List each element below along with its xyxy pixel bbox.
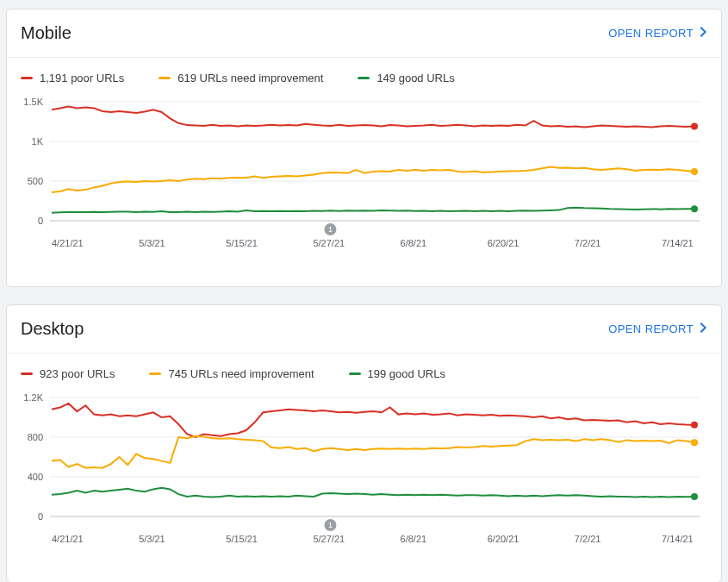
legend-item-good: 199 good URLs	[349, 367, 445, 380]
open-report-label: OPEN REPORT	[608, 322, 694, 335]
core-web-vitals-card-desktop: Desktop OPEN REPORT 923 poor URLs 745 UR…	[6, 304, 722, 582]
svg-text:5/3/21: 5/3/21	[139, 534, 165, 544]
legend-text: 923 poor URLs	[40, 367, 115, 380]
legend-text: 149 good URLs	[376, 72, 454, 84]
svg-text:6/20/21: 6/20/21	[488, 534, 520, 544]
svg-text:4/21/21: 4/21/21	[52, 238, 84, 248]
svg-text:1.2K: 1.2K	[23, 392, 43, 403]
svg-point-41	[691, 493, 698, 500]
svg-text:5/15/21: 5/15/21	[226, 238, 258, 248]
svg-text:4/21/21: 4/21/21	[52, 534, 84, 544]
svg-text:7/14/21: 7/14/21	[662, 534, 694, 544]
svg-point-39	[691, 422, 698, 429]
open-report-label: OPEN REPORT	[608, 27, 694, 40]
svg-text:1K: 1K	[32, 136, 44, 147]
legend-swatch	[349, 372, 361, 375]
legend-item-poor: 923 poor URLs	[21, 367, 115, 380]
chart-area: 04008001.2K4/21/215/3/215/15/215/27/216/…	[7, 387, 721, 582]
legend-text: 1,191 poor URLs	[40, 72, 124, 84]
svg-text:5/27/21: 5/27/21	[313, 238, 345, 248]
legend-item-poor: 1,191 poor URLs	[21, 72, 124, 84]
legend-swatch	[159, 77, 171, 79]
svg-text:5/27/21: 5/27/21	[313, 534, 345, 544]
card-title: Mobile	[21, 23, 72, 43]
legend-swatch	[21, 77, 33, 79]
legend-swatch	[149, 372, 161, 375]
line-chart: 05001K1.5K4/21/215/3/215/15/215/27/216/8…	[21, 91, 706, 264]
legend-item-needs-improvement: 745 URLs need improvement	[149, 367, 314, 380]
svg-point-40	[691, 439, 698, 446]
svg-text:400: 400	[28, 472, 43, 482]
legend-swatch	[21, 372, 33, 375]
svg-text:6/20/21: 6/20/21	[488, 238, 520, 248]
svg-point-20	[691, 205, 698, 212]
chart-legend: 923 poor URLs 745 URLs need improvement …	[7, 354, 721, 387]
svg-point-19	[691, 168, 698, 175]
card-title: Desktop	[21, 319, 84, 339]
svg-text:5/15/21: 5/15/21	[226, 534, 258, 544]
svg-text:6/8/21: 6/8/21	[401, 534, 427, 544]
chevron-right-icon	[699, 27, 707, 40]
chart-legend: 1,191 poor URLs 619 URLs need improvemen…	[7, 58, 721, 91]
legend-item-good: 149 good URLs	[358, 72, 454, 84]
legend-item-needs-improvement: 619 URLs need improvement	[159, 72, 323, 84]
open-report-link[interactable]: OPEN REPORT	[608, 322, 707, 335]
card-header: Desktop OPEN REPORT	[7, 305, 721, 346]
legend-text: 745 URLs need improvement	[168, 367, 314, 380]
card-header: Mobile OPEN REPORT	[7, 9, 721, 50]
svg-text:6/8/21: 6/8/21	[401, 238, 427, 248]
svg-text:7/14/21: 7/14/21	[662, 238, 694, 248]
svg-text:1: 1	[328, 225, 333, 234]
legend-text: 619 URLs need improvement	[177, 72, 323, 84]
line-chart: 04008001.2K4/21/215/3/215/15/215/27/216/…	[21, 387, 706, 560]
svg-text:0: 0	[38, 216, 43, 226]
legend-swatch	[358, 77, 370, 79]
core-web-vitals-card-mobile: Mobile OPEN REPORT 1,191 poor URLs 619 U…	[6, 9, 722, 287]
svg-text:0: 0	[38, 511, 43, 522]
svg-text:1.5K: 1.5K	[23, 97, 43, 107]
svg-text:7/2/21: 7/2/21	[575, 534, 601, 544]
open-report-link[interactable]: OPEN REPORT	[608, 27, 707, 40]
chevron-right-icon	[699, 322, 707, 335]
legend-text: 199 good URLs	[368, 367, 445, 380]
svg-text:800: 800	[28, 432, 43, 442]
svg-text:1: 1	[328, 521, 333, 529]
chart-area: 05001K1.5K4/21/215/3/215/15/215/27/216/8…	[7, 91, 721, 286]
svg-point-18	[691, 122, 698, 129]
svg-text:7/2/21: 7/2/21	[575, 238, 601, 248]
svg-text:5/3/21: 5/3/21	[139, 238, 165, 248]
svg-text:500: 500	[28, 176, 43, 186]
